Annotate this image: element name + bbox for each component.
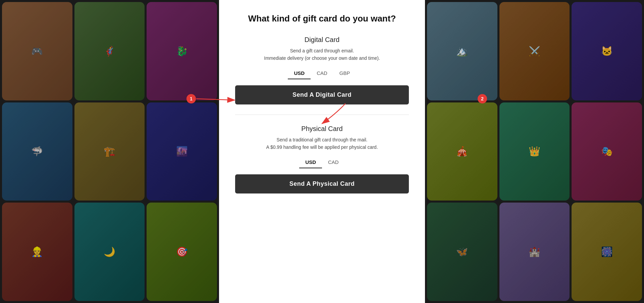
- bg-tile: 🌆: [147, 102, 217, 201]
- bg-tile: 🎯: [147, 203, 217, 301]
- bg-tile: 🦈: [2, 102, 72, 201]
- bg-tile: 🎭: [572, 102, 642, 201]
- physical-currency-cad[interactable]: CAD: [322, 157, 345, 168]
- digital-currency-gbp[interactable]: GBP: [333, 68, 356, 79]
- bg-tile: 👑: [499, 102, 570, 201]
- bg-tile: 🦸: [74, 2, 145, 100]
- bg-tile: 🎪: [427, 102, 497, 201]
- bg-tile: 🎆: [572, 203, 642, 301]
- physical-card-desc: Send a traditional gift card through the…: [235, 136, 409, 151]
- bg-tile: 👷: [2, 203, 72, 301]
- background-left: 🎮 🦸 🐉 🦈 🏗️ 🌆 👷 🌙 🎯: [0, 0, 219, 303]
- bg-tile: 🐱: [572, 2, 642, 100]
- annotation-1: 1: [186, 94, 196, 103]
- bg-tile: 🏰: [499, 203, 570, 301]
- physical-currency-tabs: USD CAD: [235, 157, 409, 168]
- digital-card-title: Digital Card: [235, 36, 409, 44]
- bg-tile: 🏗️: [74, 102, 145, 201]
- send-digital-card-button[interactable]: Send A Digital Card: [235, 85, 409, 104]
- bg-tile: 🦋: [427, 203, 497, 301]
- page-title: What kind of gift card do you want?: [235, 13, 409, 24]
- digital-card-section: Digital Card Send a gift card through em…: [235, 36, 409, 104]
- bg-tile: 🏔️: [427, 2, 497, 100]
- bg-tile: 🐉: [147, 2, 217, 100]
- bg-tile: ⚔️: [499, 2, 570, 100]
- send-physical-card-button[interactable]: Send A Physical Card: [235, 174, 409, 193]
- bg-tile: 🌙: [74, 203, 145, 301]
- background-right: 🏔️ ⚔️ 🐱 🎪 👑 🎭 🦋 🏰 🎆: [425, 0, 644, 303]
- physical-currency-usd[interactable]: USD: [299, 157, 322, 168]
- digital-currency-usd[interactable]: USD: [288, 68, 311, 79]
- physical-card-section: Physical Card Send a traditional gift ca…: [235, 125, 409, 193]
- section-divider: [235, 115, 409, 115]
- physical-card-title: Physical Card: [235, 125, 409, 133]
- digital-currency-cad[interactable]: CAD: [311, 68, 333, 79]
- modal: What kind of gift card do you want? Digi…: [219, 0, 425, 303]
- digital-card-desc: Send a gift card through email. Immediat…: [235, 47, 409, 62]
- annotation-2: 2: [478, 94, 487, 103]
- digital-currency-tabs: USD CAD GBP: [235, 68, 409, 79]
- bg-tile: 🎮: [2, 2, 72, 100]
